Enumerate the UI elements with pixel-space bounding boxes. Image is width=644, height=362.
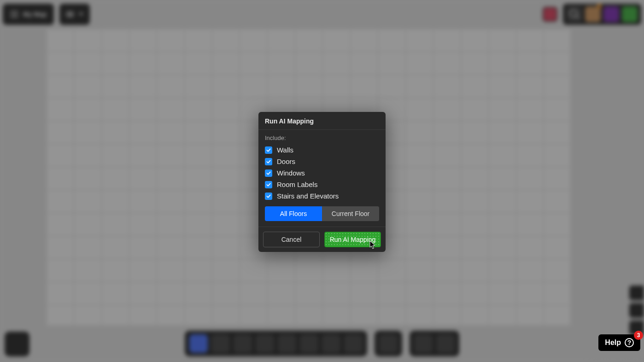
footer-attribution: © Beacons.ai switchboard	[582, 356, 640, 361]
check-icon	[266, 193, 271, 199]
question-icon: ?	[625, 338, 634, 347]
include-label: Include:	[265, 134, 379, 141]
option-windows-row[interactable]: Windows	[265, 167, 379, 179]
option-walls-row[interactable]: Walls	[265, 144, 379, 156]
checkbox-doors[interactable]	[265, 158, 272, 165]
cancel-button[interactable]: Cancel	[263, 232, 320, 247]
checkbox-stairs-elevators[interactable]	[265, 193, 272, 200]
option-room-labels-row[interactable]: Room Labels	[265, 179, 379, 190]
option-doors-label: Doors	[277, 158, 295, 165]
option-room-labels-label: Room Labels	[277, 181, 317, 188]
run-ai-mapping-button[interactable]: Run AI Mapping	[324, 232, 381, 247]
check-icon	[266, 147, 271, 153]
floor-scope-segment: All Floors Current Floor	[265, 206, 379, 221]
help-button[interactable]: Help ? 3	[598, 334, 640, 351]
check-icon	[266, 170, 271, 176]
check-icon	[266, 159, 271, 164]
run-ai-mapping-dialog: Run AI Mapping Include: Walls Doors Wind…	[258, 112, 386, 252]
help-badge-count: 3	[634, 331, 643, 340]
checkbox-windows[interactable]	[265, 169, 272, 177]
checkbox-walls[interactable]	[265, 146, 272, 154]
checkbox-room-labels[interactable]	[265, 181, 272, 188]
option-walls-label: Walls	[277, 146, 293, 154]
option-windows-label: Windows	[277, 169, 305, 177]
help-label: Help	[605, 339, 621, 347]
check-icon	[266, 182, 271, 187]
scope-all-floors[interactable]: All Floors	[265, 206, 322, 221]
option-doors-row[interactable]: Doors	[265, 156, 379, 167]
dialog-title: Run AI Mapping	[258, 112, 386, 130]
option-stairs-elevators-label: Stairs and Elevators	[277, 192, 339, 200]
option-stairs-elevators-row[interactable]: Stairs and Elevators	[265, 190, 379, 202]
scope-current-floor[interactable]: Current Floor	[322, 206, 379, 221]
